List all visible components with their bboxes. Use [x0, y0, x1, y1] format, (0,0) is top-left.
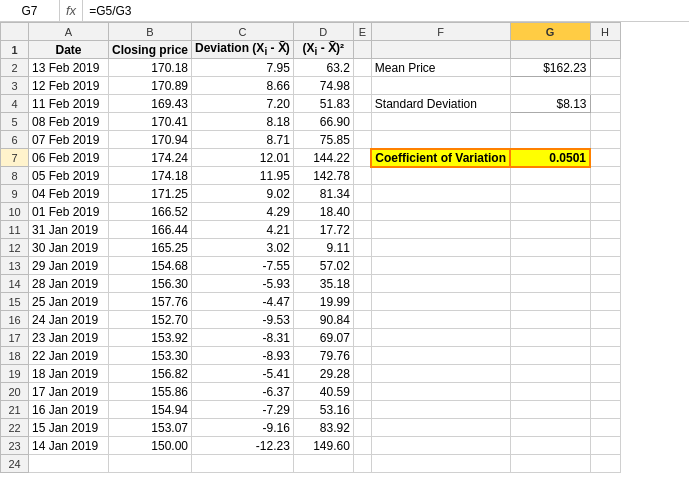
cell-A8[interactable]: 05 Feb 2019: [29, 167, 109, 185]
cell-C19[interactable]: -5.41: [192, 365, 294, 383]
cell-D22[interactable]: 83.92: [293, 419, 353, 437]
col-header-D[interactable]: D: [293, 23, 353, 41]
cell-C14[interactable]: -5.93: [192, 275, 294, 293]
cell-B9[interactable]: 171.25: [109, 185, 192, 203]
cell-B6[interactable]: 170.94: [109, 131, 192, 149]
cell-B23[interactable]: 150.00: [109, 437, 192, 455]
cell-D12[interactable]: 9.11: [293, 239, 353, 257]
cell-A6[interactable]: 07 Feb 2019: [29, 131, 109, 149]
cell-D4[interactable]: 51.83: [293, 95, 353, 113]
cell-B3[interactable]: 170.89: [109, 77, 192, 95]
cell-C4[interactable]: 7.20: [192, 95, 294, 113]
cell-B2[interactable]: 170.18: [109, 59, 192, 77]
cell-D3[interactable]: 74.98: [293, 77, 353, 95]
cell-B10[interactable]: 166.52: [109, 203, 192, 221]
cell-B7[interactable]: 174.24: [109, 149, 192, 167]
cell-B11[interactable]: 166.44: [109, 221, 192, 239]
cell-C21[interactable]: -7.29: [192, 401, 294, 419]
cell-D21[interactable]: 53.16: [293, 401, 353, 419]
cell-A7[interactable]: 06 Feb 2019: [29, 149, 109, 167]
cell-A18[interactable]: 22 Jan 2019: [29, 347, 109, 365]
cell-C13[interactable]: -7.55: [192, 257, 294, 275]
cell-D10[interactable]: 18.40: [293, 203, 353, 221]
cell-C2[interactable]: 7.95: [192, 59, 294, 77]
cell-D8[interactable]: 142.78: [293, 167, 353, 185]
cell-B12[interactable]: 165.25: [109, 239, 192, 257]
cell-C5[interactable]: 8.18: [192, 113, 294, 131]
cell-C15[interactable]: -4.47: [192, 293, 294, 311]
cell-D2[interactable]: 63.2: [293, 59, 353, 77]
cell-B5[interactable]: 170.41: [109, 113, 192, 131]
cell-C6[interactable]: 8.71: [192, 131, 294, 149]
cell-C12[interactable]: 3.02: [192, 239, 294, 257]
col-header-A[interactable]: A: [29, 23, 109, 41]
cell-A12[interactable]: 30 Jan 2019: [29, 239, 109, 257]
cell-A2[interactable]: 13 Feb 2019: [29, 59, 109, 77]
col-header-H[interactable]: H: [590, 23, 620, 41]
cell-B20[interactable]: 155.86: [109, 383, 192, 401]
cell-D23[interactable]: 149.60: [293, 437, 353, 455]
cell-A22[interactable]: 15 Jan 2019: [29, 419, 109, 437]
cell-D5[interactable]: 66.90: [293, 113, 353, 131]
cell-B14[interactable]: 156.30: [109, 275, 192, 293]
cell-C9[interactable]: 9.02: [192, 185, 294, 203]
col-header-F[interactable]: F: [371, 23, 510, 41]
cell-D19[interactable]: 29.28: [293, 365, 353, 383]
col-header-B[interactable]: B: [109, 23, 192, 41]
cell-C8[interactable]: 11.95: [192, 167, 294, 185]
cell-C1[interactable]: Deviation (Xi - X̄): [192, 41, 294, 59]
cell-A20[interactable]: 17 Jan 2019: [29, 383, 109, 401]
cell-A11[interactable]: 31 Jan 2019: [29, 221, 109, 239]
cell-D20[interactable]: 40.59: [293, 383, 353, 401]
cell-B21[interactable]: 154.94: [109, 401, 192, 419]
cell-A1[interactable]: Date: [29, 41, 109, 59]
cell-A3[interactable]: 12 Feb 2019: [29, 77, 109, 95]
cell-A9[interactable]: 04 Feb 2019: [29, 185, 109, 203]
cell-B15[interactable]: 157.76: [109, 293, 192, 311]
cell-B8[interactable]: 174.18: [109, 167, 192, 185]
cell-B17[interactable]: 153.92: [109, 329, 192, 347]
col-header-E[interactable]: E: [353, 23, 371, 41]
cell-C11[interactable]: 4.21: [192, 221, 294, 239]
cell-A16[interactable]: 24 Jan 2019: [29, 311, 109, 329]
cell-B19[interactable]: 156.82: [109, 365, 192, 383]
cell-C16[interactable]: -9.53: [192, 311, 294, 329]
cell-D16[interactable]: 90.84: [293, 311, 353, 329]
cell-B13[interactable]: 154.68: [109, 257, 192, 275]
cell-A17[interactable]: 23 Jan 2019: [29, 329, 109, 347]
cell-D1[interactable]: (Xi - X̄)²: [293, 41, 353, 59]
cell-D15[interactable]: 19.99: [293, 293, 353, 311]
cell-reference[interactable]: G7: [0, 0, 60, 22]
cell-A14[interactable]: 28 Jan 2019: [29, 275, 109, 293]
cell-A13[interactable]: 29 Jan 2019: [29, 257, 109, 275]
cell-A21[interactable]: 16 Jan 2019: [29, 401, 109, 419]
cell-C20[interactable]: -6.37: [192, 383, 294, 401]
cell-D14[interactable]: 35.18: [293, 275, 353, 293]
cell-A10[interactable]: 01 Feb 2019: [29, 203, 109, 221]
cell-C18[interactable]: -8.93: [192, 347, 294, 365]
col-header-G[interactable]: G: [510, 23, 590, 41]
cell-B1[interactable]: Closing price: [109, 41, 192, 59]
cell-C10[interactable]: 4.29: [192, 203, 294, 221]
cell-B22[interactable]: 153.07: [109, 419, 192, 437]
cell-D13[interactable]: 57.02: [293, 257, 353, 275]
cell-C22[interactable]: -9.16: [192, 419, 294, 437]
cell-A19[interactable]: 18 Jan 2019: [29, 365, 109, 383]
col-header-C[interactable]: C: [192, 23, 294, 41]
cell-A23[interactable]: 14 Jan 2019: [29, 437, 109, 455]
cell-C7[interactable]: 12.01: [192, 149, 294, 167]
cell-C3[interactable]: 8.66: [192, 77, 294, 95]
cell-A4[interactable]: 11 Feb 2019: [29, 95, 109, 113]
cell-A5[interactable]: 08 Feb 2019: [29, 113, 109, 131]
cell-D18[interactable]: 79.76: [293, 347, 353, 365]
cell-D17[interactable]: 69.07: [293, 329, 353, 347]
cell-D11[interactable]: 17.72: [293, 221, 353, 239]
cell-C17[interactable]: -8.31: [192, 329, 294, 347]
cell-A15[interactable]: 25 Jan 2019: [29, 293, 109, 311]
cell-D9[interactable]: 81.34: [293, 185, 353, 203]
cell-D6[interactable]: 75.85: [293, 131, 353, 149]
cell-C23[interactable]: -12.23: [192, 437, 294, 455]
cell-B4[interactable]: 169.43: [109, 95, 192, 113]
cell-B18[interactable]: 153.30: [109, 347, 192, 365]
cell-B16[interactable]: 152.70: [109, 311, 192, 329]
